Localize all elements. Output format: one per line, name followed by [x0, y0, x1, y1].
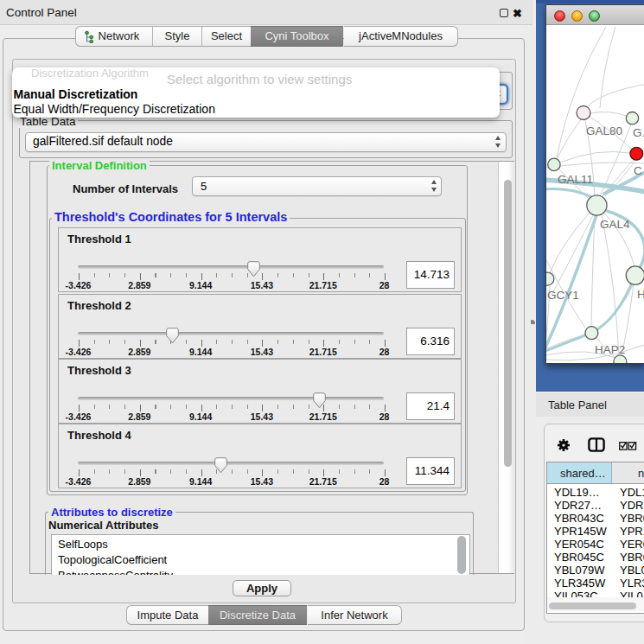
svg-text:GCY1: GCY1 — [547, 289, 579, 302]
svg-text:H: H — [637, 288, 644, 301]
svg-text:GAL80: GAL80 — [586, 124, 622, 137]
svg-text:HAP2: HAP2 — [595, 343, 625, 356]
svg-text:GAL4: GAL4 — [600, 218, 630, 231]
svg-text:GAL11: GAL11 — [558, 173, 593, 186]
svg-text:C: C — [634, 164, 642, 177]
svg-text:G.: G. — [633, 126, 644, 139]
